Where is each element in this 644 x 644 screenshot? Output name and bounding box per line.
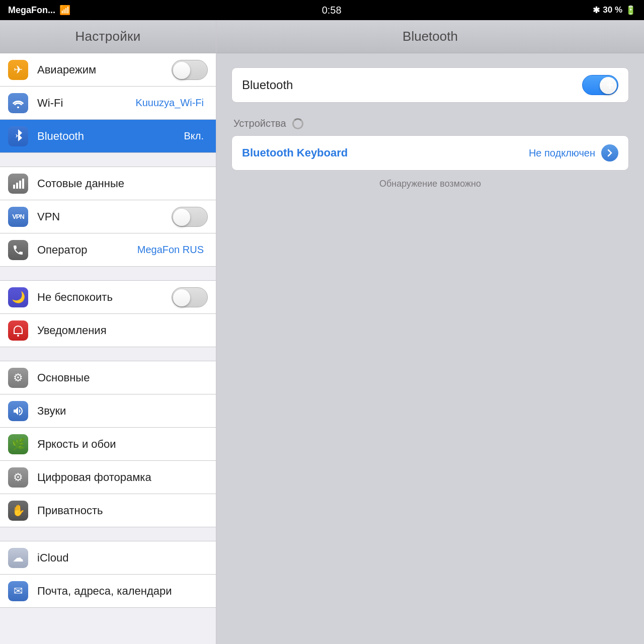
icloud-label: iCloud bbox=[37, 551, 208, 565]
wifi-value: Kuuuzya_Wi-Fi bbox=[135, 97, 204, 109]
status-time: 0:58 bbox=[322, 5, 342, 16]
wifi-icon bbox=[8, 93, 28, 113]
divider-2 bbox=[0, 267, 216, 281]
status-bar: MegaFon... 📶 0:58 ✱ 30 % 🔋 bbox=[0, 0, 644, 20]
airplane-label: Авиарежим bbox=[37, 63, 172, 76]
carrier-icon bbox=[8, 240, 28, 260]
sidebar-header: Настройки bbox=[0, 20, 216, 53]
divider-4 bbox=[0, 527, 216, 541]
mail-icon: ✉ bbox=[8, 581, 28, 601]
svg-rect-2 bbox=[19, 181, 21, 189]
donotdisturb-toggle[interactable] bbox=[172, 287, 208, 307]
svg-point-4 bbox=[17, 335, 19, 337]
airplane-toggle-thumb bbox=[173, 62, 190, 79]
wifi-label: Wi-Fi bbox=[37, 97, 135, 110]
sidebar-group-1: ✈ Авиарежим Wi-Fi Kuuuzya_Wi-Fi bbox=[0, 53, 216, 153]
sidebar-item-sounds[interactable]: Звуки bbox=[0, 394, 216, 428]
sidebar-group-3: 🌙 Не беспокоить Уведомления bbox=[0, 281, 216, 347]
sidebar-item-donotdisturb[interactable]: 🌙 Не беспокоить bbox=[0, 281, 216, 314]
general-icon: ⚙ bbox=[8, 368, 28, 388]
icloud-icon: ☁ bbox=[8, 548, 28, 568]
status-right: ✱ 30 % 🔋 bbox=[593, 5, 636, 16]
device-status: Не подключен bbox=[529, 147, 595, 159]
general-label: Основные bbox=[37, 371, 208, 384]
donotdisturb-label: Не беспокоить bbox=[37, 291, 172, 304]
sidebar-item-general[interactable]: ⚙ Основные bbox=[0, 361, 216, 394]
right-title: Bluetooth bbox=[403, 29, 458, 44]
battery-label: 30 % bbox=[603, 5, 622, 15]
right-header: Bluetooth bbox=[216, 20, 644, 53]
right-content: Bluetooth Устройства Bluetooth Keyboard bbox=[216, 53, 644, 203]
cellular-icon bbox=[8, 174, 28, 194]
main-layout: Настройки ✈ Авиарежим bbox=[0, 20, 644, 644]
bluetooth-value: Вкл. bbox=[184, 130, 204, 142]
sidebar-item-airplane[interactable]: ✈ Авиарежим bbox=[0, 53, 216, 87]
svg-rect-1 bbox=[16, 183, 18, 189]
carrier-value: MegaFon RUS bbox=[137, 244, 204, 256]
vpn-toggle[interactable] bbox=[172, 207, 208, 227]
svg-rect-0 bbox=[13, 185, 15, 189]
sidebar-item-carrier[interactable]: Оператор MegaFon RUS bbox=[0, 233, 216, 267]
bluetooth-main-toggle[interactable] bbox=[582, 75, 618, 95]
status-left: MegaFon... 📶 bbox=[8, 5, 70, 16]
vpn-toggle-thumb bbox=[173, 209, 190, 226]
privacy-icon: ✋ bbox=[8, 501, 28, 521]
brightness-label: Яркость и обои bbox=[37, 438, 208, 451]
sidebar-group-2: Сотовые данные VPN VPN Оператор bbox=[0, 167, 216, 267]
sidebar-item-brightness[interactable]: 🌿 Яркость и обои bbox=[0, 428, 216, 461]
device-chevron-button[interactable] bbox=[601, 144, 618, 162]
sidebar-item-mail[interactable]: ✉ Почта, адреса, календари bbox=[0, 575, 216, 608]
privacy-label: Приватность bbox=[37, 504, 208, 517]
sidebar-item-vpn[interactable]: VPN VPN bbox=[0, 200, 216, 233]
sidebar-group-4: ⚙ Основные Звуки 🌿 Яркость и обои ⚙ bbox=[0, 361, 216, 527]
sidebar: Настройки ✈ Авиарежим bbox=[0, 20, 216, 644]
vpn-icon: VPN bbox=[8, 207, 28, 227]
divider-3 bbox=[0, 347, 216, 361]
sidebar-item-bluetooth[interactable]: Bluetooth Вкл. bbox=[0, 120, 216, 153]
sidebar-group-5: ☁ iCloud ✉ Почта, адреса, календари bbox=[0, 541, 216, 608]
mail-label: Почта, адреса, календари bbox=[37, 585, 208, 598]
bluetooth-label: Bluetooth bbox=[37, 130, 184, 143]
bluetooth-toggle-label: Bluetooth bbox=[242, 78, 582, 92]
devices-header: Устройства bbox=[231, 118, 629, 129]
bluetooth-toggle-card: Bluetooth bbox=[231, 67, 629, 103]
device-name: Bluetooth Keyboard bbox=[242, 146, 529, 159]
sidebar-item-notifications[interactable]: Уведомления bbox=[0, 314, 216, 347]
cellular-label: Сотовые данные bbox=[37, 177, 208, 190]
notifications-label: Уведомления bbox=[37, 324, 208, 337]
airplane-icon: ✈ bbox=[8, 60, 28, 80]
table-row[interactable]: Bluetooth Keyboard Не подключен bbox=[232, 136, 628, 170]
sidebar-item-cellular[interactable]: Сотовые данные bbox=[0, 167, 216, 200]
sounds-icon bbox=[8, 401, 28, 421]
carrier-label: MegaFon... bbox=[8, 5, 55, 16]
notifications-icon bbox=[8, 320, 28, 341]
carrier-label-item: Оператор bbox=[37, 244, 137, 257]
bluetooth-icon-sidebar bbox=[8, 126, 28, 146]
sidebar-title: Настройки bbox=[75, 29, 140, 44]
divider-1 bbox=[0, 153, 216, 167]
svg-rect-6 bbox=[607, 85, 613, 86]
svg-rect-3 bbox=[22, 179, 24, 189]
wifi-icon: 📶 bbox=[59, 5, 70, 16]
vpn-label: VPN bbox=[37, 210, 172, 223]
scanning-spinner bbox=[292, 118, 303, 129]
brightness-icon: 🌿 bbox=[8, 434, 28, 454]
donotdisturb-toggle-thumb bbox=[173, 289, 190, 306]
right-panel: Bluetooth Bluetooth Устройства bbox=[216, 20, 644, 644]
sidebar-item-wifi[interactable]: Wi-Fi Kuuuzya_Wi-Fi bbox=[0, 87, 216, 120]
airplane-toggle[interactable] bbox=[172, 60, 208, 80]
photoframe-icon: ⚙ bbox=[8, 467, 28, 488]
sidebar-item-photoframe[interactable]: ⚙ Цифровая фоторамка bbox=[0, 461, 216, 494]
sidebar-item-icloud[interactable]: ☁ iCloud bbox=[0, 541, 216, 575]
bluetooth-icon: ✱ bbox=[593, 5, 600, 16]
sounds-label: Звуки bbox=[37, 405, 208, 418]
photoframe-label: Цифровая фоторамка bbox=[37, 471, 208, 484]
battery-icon: 🔋 bbox=[625, 5, 636, 16]
discovery-text: Обнаружение возможно bbox=[231, 179, 629, 189]
devices-section-label: Устройства bbox=[233, 118, 286, 129]
device-list: Bluetooth Keyboard Не подключен bbox=[231, 135, 629, 171]
donotdisturb-icon: 🌙 bbox=[8, 287, 28, 307]
sidebar-item-privacy[interactable]: ✋ Приватность bbox=[0, 494, 216, 527]
